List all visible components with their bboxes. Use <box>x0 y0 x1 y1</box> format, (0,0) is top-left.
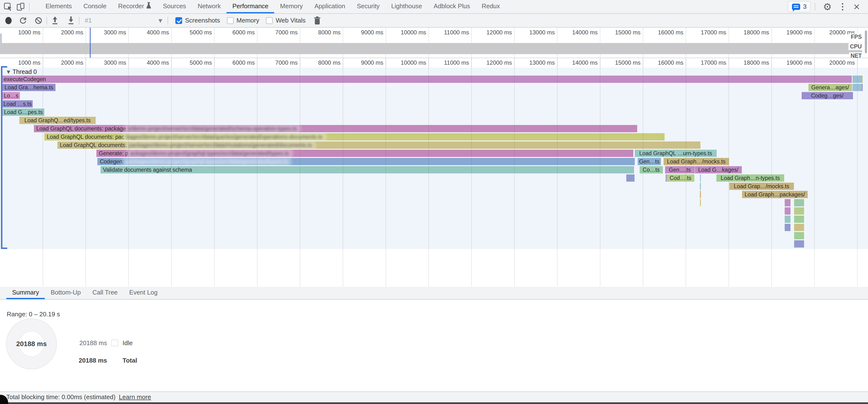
tab-label: Adblock Plus <box>434 2 470 10</box>
tab-sources[interactable]: Sources <box>157 0 192 13</box>
flame-bar[interactable]: Load G…pes.ts <box>2 108 44 116</box>
ruler-tick-label: 12000 ms <box>464 59 512 66</box>
divider <box>79 17 80 25</box>
screenshots-checkbox[interactable] <box>175 17 182 24</box>
web-vitals-checkbox[interactable] <box>266 17 273 24</box>
flame-bar-fragment[interactable] <box>700 175 701 182</box>
flame-bar[interactable]: Load Grap…/mocks.ts <box>729 183 794 190</box>
flame-bar[interactable]: Co…ts <box>640 166 663 174</box>
inspect-element-icon[interactable] <box>3 2 12 11</box>
flame-bar[interactable]: Gen….ts <box>665 166 694 174</box>
thread-group-header[interactable]: ▼ Thread 0 <box>7 68 37 75</box>
flame-bar-fragment[interactable] <box>794 232 804 239</box>
timeline-overview[interactable]: 1000 ms2000 ms3000 ms4000 ms5000 ms6000 … <box>0 28 868 58</box>
flame-bar-fragment[interactable] <box>794 216 804 223</box>
redacted-text: kages/demo-project/server/src/data/queri… <box>124 134 324 140</box>
device-toolbar-icon[interactable] <box>16 2 25 11</box>
tab-elements[interactable]: Elements <box>40 0 78 13</box>
flamechart-pane[interactable]: ▼ Thread 0 executeCodegenLoad Gra…hema.t… <box>0 68 868 286</box>
ruler-tick-label: 8000 ms <box>292 59 341 66</box>
flame-bar[interactable]: Generate: packages/demo-project/graphql-… <box>96 150 633 157</box>
learn-more-link[interactable]: Learn more <box>119 393 151 401</box>
flame-bar-fragment[interactable] <box>785 224 790 231</box>
overview-left-handle[interactable] <box>0 33 2 53</box>
flame-bar[interactable]: Load GraphQL documents: packages/demo-pr… <box>57 142 701 149</box>
flame-bar-fragment[interactable] <box>852 75 862 83</box>
drawer-tab-bottom-up[interactable]: Bottom-Up <box>45 287 87 299</box>
overview-scrollbar-thumb[interactable] <box>865 31 867 53</box>
flame-bar[interactable]: Codeg…ges/ <box>802 92 853 99</box>
flame-bar[interactable]: Gen…ts <box>638 158 661 165</box>
performance-toolbar: #1 ▼ ScreenshotsMemoryWeb Vitals <box>0 14 868 28</box>
trash-icon[interactable] <box>313 16 321 25</box>
flame-bar-fragment[interactable] <box>794 224 804 231</box>
flame-bar[interactable]: Codegen: packages/demo-project/graphql-t… <box>97 158 635 165</box>
flame-bar[interactable]: Genera…ages/ <box>808 84 852 91</box>
checkbox-web-vitals[interactable]: Web Vitals <box>266 17 305 24</box>
flame-bar[interactable]: Load G…kages/ <box>695 166 742 174</box>
clear-recording-icon[interactable] <box>34 17 42 25</box>
redacted-text: packages/demo-project/server/src/data/mu… <box>127 142 314 149</box>
flame-bar[interactable]: Load GraphQ…ed/types.ts <box>20 117 96 124</box>
ruler-tick-label: 6000 ms <box>206 59 255 66</box>
more-options-icon[interactable] <box>839 3 846 10</box>
flame-bar[interactable]: Cod….ts <box>667 175 694 182</box>
tab-lighthouse[interactable]: Lighthouse <box>385 0 428 13</box>
flame-bar-fragment[interactable] <box>785 207 790 215</box>
drawer-tab-call-tree[interactable]: Call Tree <box>87 287 124 299</box>
issues-badge-button[interactable]: 3 <box>787 1 811 12</box>
flame-bar[interactable]: Load GraphQL documents: packages/demo-pr… <box>44 133 664 141</box>
flame-bar[interactable]: Load …s.ts <box>2 100 33 107</box>
load-profile-icon[interactable] <box>51 16 59 25</box>
flame-bar[interactable]: Load Graph…/mocks.ts <box>663 158 729 165</box>
flame-bar[interactable]: Load Graph…n-types.ts <box>716 175 784 182</box>
flame-bar-fragment[interactable] <box>862 84 863 91</box>
ruler-tick-label: 17000 ms <box>678 59 726 66</box>
flame-bar-fragment[interactable] <box>852 84 862 91</box>
ruler-tick-label: 2000 ms <box>35 59 83 66</box>
ruler-tick-label: 10000 ms <box>378 29 426 36</box>
record-button[interactable] <box>0 17 11 24</box>
tab-console[interactable]: Console <box>78 0 112 13</box>
checkbox-memory[interactable]: Memory <box>227 17 259 24</box>
tab-security[interactable]: Security <box>351 0 385 13</box>
memory-checkbox[interactable] <box>227 17 234 24</box>
flame-bar-label: Load Graph…packages/ <box>745 191 805 198</box>
tab-label: Lighthouse <box>391 2 422 10</box>
reload-and-record-button[interactable] <box>19 17 27 25</box>
flame-bar[interactable]: Load GraphQL …urn-types.ts <box>635 150 717 157</box>
drawer-tab-label: Call Tree <box>93 289 118 296</box>
flame-bar[interactable]: Load Gra…hema.ts <box>2 84 56 91</box>
flame-bar-fragment[interactable] <box>700 191 701 198</box>
profile-history-select[interactable]: #1 ▼ <box>85 17 162 24</box>
tab-application[interactable]: Application <box>309 0 351 13</box>
tab-adblock-plus[interactable]: Adblock Plus <box>428 0 476 13</box>
flame-bar-fragment[interactable] <box>626 175 634 182</box>
flame-bar[interactable]: Load GraphQL documents: packages/demo-pr… <box>34 125 637 132</box>
flame-bar-fragment[interactable] <box>700 199 701 206</box>
flame-bar-fragment[interactable] <box>794 240 804 248</box>
flame-bar-fragment[interactable] <box>862 75 863 83</box>
flame-bar-fragment[interactable] <box>785 199 790 206</box>
save-profile-icon[interactable] <box>67 16 75 25</box>
flame-bar-fragment[interactable] <box>700 183 701 190</box>
tab-label: Sources <box>163 2 186 10</box>
settings-gear-icon[interactable]: ⚙ <box>823 2 832 12</box>
drawer-tab-summary[interactable]: Summary <box>6 287 45 299</box>
flame-bar[interactable]: Load Graph…packages/ <box>742 191 808 198</box>
flame-bar-fragment[interactable] <box>785 216 790 223</box>
close-devtools-icon[interactable]: × <box>854 1 860 12</box>
tab-memory[interactable]: Memory <box>274 0 309 13</box>
tab-redux[interactable]: Redux <box>476 0 506 13</box>
tab-recorder[interactable]: Recorder <box>113 0 157 13</box>
flame-bar-fragment[interactable] <box>794 207 804 215</box>
checkbox-screenshots[interactable]: Screenshots <box>175 17 220 24</box>
flame-bar-fragment[interactable] <box>794 199 804 206</box>
flame-bar[interactable]: Lo…s <box>2 92 20 99</box>
ruler-tick-label: 5000 ms <box>163 29 212 36</box>
tab-performance[interactable]: Performance <box>226 0 274 13</box>
flame-bar[interactable]: Validate documents against schema <box>100 166 634 174</box>
flame-bar[interactable]: executeCodegen <box>1 75 851 83</box>
tab-network[interactable]: Network <box>192 0 226 13</box>
drawer-tab-event-log[interactable]: Event Log <box>124 287 163 299</box>
